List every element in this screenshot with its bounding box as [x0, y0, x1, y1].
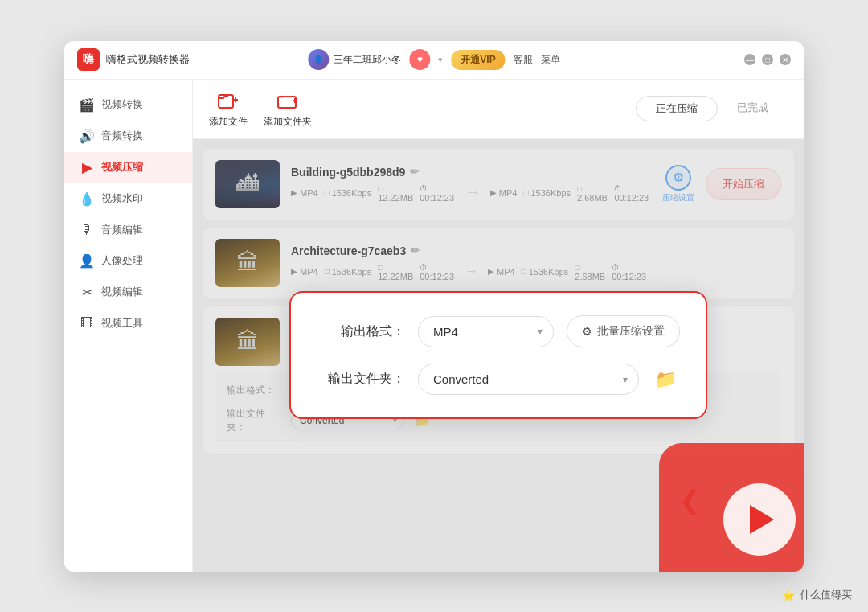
- sidebar-label-video-watermark: 视频水印: [101, 191, 143, 206]
- sidebar-label-video-convert: 视频转换: [101, 97, 143, 112]
- tab-area: 正在压缩 已完成: [636, 96, 788, 121]
- audio-edit-icon: 🎙: [79, 223, 95, 237]
- sidebar-label-video-extra: 视频工具: [101, 316, 143, 331]
- sidebar-label-person: 人像处理: [101, 253, 143, 268]
- service-button[interactable]: 客服: [514, 53, 533, 67]
- add-folder-button[interactable]: 添加文件夹: [264, 89, 312, 129]
- title-bar: 嗨 嗨格式视频转换器 👤 三年二班邱小冬 ♥ ▾ 开通VIP 客服 菜单 — □…: [64, 41, 804, 80]
- sidebar-item-audio-edit[interactable]: 🎙 音频编辑: [64, 215, 192, 245]
- svg-rect-0: [219, 95, 233, 108]
- sidebar-label-audio-convert: 音频转换: [101, 129, 143, 143]
- add-file-icon: [215, 89, 241, 112]
- add-folder-icon: [275, 89, 301, 112]
- popup-folder-row: 输出文件夹： Converted ▾ 📁: [317, 364, 680, 395]
- sidebar-item-video-compress[interactable]: ▶ 视频压缩: [64, 152, 192, 183]
- dropdown-arrow: ▾: [438, 55, 443, 65]
- sidebar-label-video-edit: 视频编辑: [101, 285, 143, 299]
- arrow-left-deco: ❮: [679, 485, 701, 515]
- add-file-button[interactable]: 添加文件: [209, 89, 248, 129]
- vip-button[interactable]: 开通VIP: [451, 50, 505, 70]
- app-window: 嗨 嗨格式视频转换器 👤 三年二班邱小冬 ♥ ▾ 开通VIP 客服 菜单 — □…: [64, 41, 804, 572]
- title-bar-center: 👤 三年二班邱小冬 ♥ ▾ 开通VIP 客服 菜单: [308, 49, 559, 70]
- popup-folder-label: 输出文件夹：: [317, 371, 405, 388]
- svg-rect-3: [278, 97, 296, 108]
- watermark: ⭐ 什么值得买: [782, 588, 852, 602]
- popup-folder-open-btn[interactable]: 📁: [652, 369, 680, 390]
- sidebar-item-video-watermark[interactable]: 💧 视频水印: [64, 183, 192, 215]
- popup-batch-btn[interactable]: ⚙ 批量压缩设置: [567, 315, 680, 347]
- maximize-button[interactable]: □: [762, 54, 773, 65]
- menu-button[interactable]: 菜单: [541, 53, 560, 67]
- sidebar-label-video-compress: 视频压缩: [101, 160, 143, 175]
- user-name: 三年二班邱小冬: [334, 53, 401, 67]
- avatar: 👤: [308, 49, 329, 70]
- close-button[interactable]: ✕: [780, 54, 791, 65]
- sidebar-label-audio-edit: 音频编辑: [101, 223, 143, 237]
- popup-format-select[interactable]: MP4 AVI MOV MKV: [418, 316, 554, 347]
- play-decoration: ❮ ❯: [651, 419, 804, 572]
- minimize-button[interactable]: —: [744, 54, 755, 65]
- popup-gear-icon: ⚙: [582, 325, 592, 338]
- popup-folder-select[interactable]: Converted: [418, 364, 639, 395]
- play-circle: [723, 483, 796, 556]
- add-folder-label: 添加文件夹: [264, 115, 312, 129]
- video-watermark-icon: 💧: [79, 191, 95, 207]
- sidebar-item-video-extra[interactable]: 🎞 视频工具: [64, 308, 192, 339]
- sidebar: 🎬 视频转换 🔊 音频转换 ▶ 视频压缩 💧 视频水印 🎙 音频编辑 👤: [64, 80, 193, 572]
- popup-format-wrapper: MP4 AVI MOV MKV ▾: [418, 316, 554, 347]
- add-file-label: 添加文件: [209, 115, 248, 129]
- video-compress-icon: ▶: [79, 160, 95, 175]
- popup-format-row: 输出格式： MP4 AVI MOV MKV ▾: [317, 315, 680, 347]
- user-area[interactable]: 👤 三年二班邱小冬: [308, 49, 401, 70]
- settings-popup: 输出格式： MP4 AVI MOV MKV ▾: [289, 291, 707, 419]
- audio-convert-icon: 🔊: [79, 129, 95, 144]
- app-title: 嗨格式视频转换器: [106, 52, 190, 67]
- popup-folder-wrapper: Converted ▾: [418, 364, 639, 395]
- window-controls: — □ ✕: [744, 54, 791, 65]
- watermark-text: 什么值得买: [800, 588, 852, 602]
- tab-compressing[interactable]: 正在压缩: [636, 96, 718, 121]
- popup-format-label: 输出格式：: [317, 323, 405, 340]
- sidebar-item-audio-convert[interactable]: 🔊 音频转换: [64, 121, 192, 152]
- tab-completed[interactable]: 已完成: [718, 96, 788, 121]
- app-logo: 嗨: [77, 48, 100, 71]
- video-edit-icon: ✂: [79, 285, 95, 300]
- heart-icon: ♥: [409, 49, 430, 70]
- sidebar-item-person[interactable]: 👤 人像处理: [64, 245, 192, 277]
- sidebar-item-video-edit[interactable]: ✂ 视频编辑: [64, 277, 192, 308]
- toolbar: 添加文件 添加文件夹 正在压缩 已完成: [193, 80, 804, 139]
- play-triangle: [750, 505, 774, 534]
- video-extra-icon: 🎞: [79, 316, 95, 331]
- watermark-icon: ⭐: [782, 589, 795, 602]
- person-icon: 👤: [79, 253, 95, 269]
- video-convert-icon: 🎬: [79, 97, 95, 113]
- sidebar-item-video-convert[interactable]: 🎬 视频转换: [64, 89, 192, 121]
